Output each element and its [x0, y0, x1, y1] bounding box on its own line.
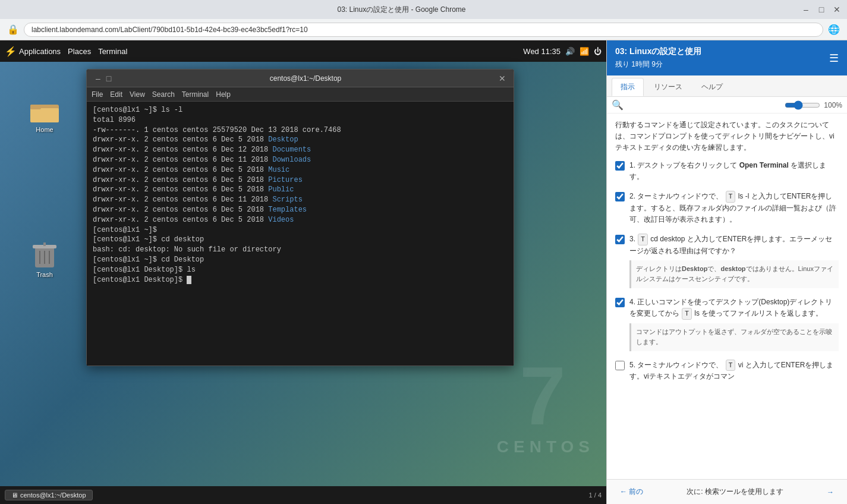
terminal-line-16: [centos@lx1 ~]$ cd Desktop [93, 255, 508, 265]
step-3-key: T [638, 234, 648, 245]
step-2-key: T [726, 191, 736, 203]
step-4: 4. 正しいコマンドを使ってデスクトップ(Desktop)ディレクトリを変更して… [615, 297, 839, 351]
maximize-button[interactable]: □ [817, 5, 826, 14]
lock-icon: 🔒 [7, 24, 19, 35]
step-5: 5. ターミナルウィンドウで、 T vi と入力してENTERを押します。viテ… [615, 360, 839, 383]
terminal-line-8: drwxr-xr-x. 2 centos centos 6 Dec 5 2018… [93, 175, 508, 185]
step-5-checkbox[interactable] [615, 361, 625, 370]
step-3-content: 3. T cd desktop と入力してENTERを押します。エラーメッセージ… [629, 234, 839, 288]
applications-menu[interactable]: Applications [19, 47, 61, 56]
terminal-line-14: [centos@lx1 ~]$ cd desktop [93, 235, 508, 245]
terminal-menu-terminal[interactable]: Terminal [182, 90, 209, 99]
network-icon: 📶 [580, 47, 589, 56]
step-2-text1: ターミナルウィンドウで、 [637, 192, 723, 200]
zoom-controls: 100% [785, 100, 842, 110]
power-icon: ⚡ [5, 46, 17, 57]
browser-window-controls: – □ ✕ [802, 5, 841, 14]
instructions-tabs: 指示 リソース ヘルプ [607, 75, 847, 97]
terminal-line-3: -rw-------. 1 centos centos 25579520 Dec… [93, 125, 508, 136]
search-button[interactable]: 🔍 [612, 99, 624, 111]
terminal-line-1: [centos@lx1 ~]$ ls -l [93, 105, 508, 115]
step-5-cmd: vi [738, 361, 745, 369]
step-2-cmd: ls -l [738, 192, 751, 200]
taskbar-terminal-item[interactable]: 🖥 centos@lx1:~/Desktop [5, 490, 93, 500]
terminal-content[interactable]: [centos@lx1 ~]$ ls -l total 8996 -rw----… [87, 102, 514, 366]
terminal-menu[interactable]: Terminal [98, 47, 127, 56]
browser-addressbar: 🔒 🌐 [0, 19, 847, 40]
step-4-num: 4. [629, 298, 637, 306]
places-menu[interactable]: Places [68, 47, 91, 56]
step-3: 3. T cd desktop と入力してENTERを押します。エラーメッセージ… [615, 234, 839, 288]
step-4-content: 4. 正しいコマンドを使ってデスクトップ(Desktop)ディレクトリを変更して… [629, 297, 839, 351]
step-1-checkbox[interactable] [615, 161, 625, 171]
terminal-line-17: [centos@lx1 Desktop]$ ls [93, 265, 508, 275]
terminal-close-btn[interactable]: ✕ [497, 73, 508, 84]
terminal-line-12: drwxr-xr-x. 2 centos centos 6 Dec 5 2018… [93, 215, 508, 225]
instructions-toolbar: 🔍 100% [607, 97, 847, 114]
instructions-title: 03: Linuxの設定と使用 [615, 46, 701, 57]
hamburger-menu-button[interactable]: ☰ [829, 52, 839, 65]
address-input[interactable] [24, 23, 823, 37]
volume-icon: 🔊 [565, 47, 575, 56]
step-3-note: ディレクトリはDesktopで、desktopではありません。Linuxファイル… [629, 260, 839, 288]
terminal-titlebar: – □ centos@lx1:~/Desktop ✕ [87, 70, 514, 87]
terminal-window: – □ centos@lx1:~/Desktop ✕ File Edit Vie… [86, 69, 514, 366]
browser-title: 03: Linuxの設定と使用 - Google Chrome [6, 5, 797, 15]
step-5-content: 5. ターミナルウィンドウで、 T vi と入力してENTERを押します。viテ… [629, 360, 839, 383]
next-label: 次に: 検索ツールを使用します [687, 487, 783, 497]
step-1: 1. デスクトップを右クリックして Open Terminal を選択します。 [615, 160, 839, 182]
home-icon-label: Home [36, 126, 53, 133]
step-4-cmd: ls [694, 309, 701, 317]
tab-resources[interactable]: リソース [645, 78, 691, 96]
terminal-menu-edit[interactable]: Edit [110, 90, 122, 99]
terminal-line-10: drwxr-xr-x. 2 centos centos 6 Dec 11 201… [93, 195, 508, 205]
minimize-button[interactable]: – [802, 5, 810, 14]
instructions-panel: 03: Linuxの設定と使用 残り 1時間 9分 ☰ 指示 リソース ヘルプ … [606, 40, 847, 504]
terminal-line-2: total 8996 [93, 115, 508, 125]
step-3-checkbox[interactable] [615, 235, 625, 244]
home-folder-icon[interactable]: Home [24, 100, 65, 133]
power-button[interactable]: ⏻ [594, 47, 602, 56]
step-3-num: 3. [629, 235, 637, 243]
terminal-menu-help[interactable]: Help [216, 90, 231, 99]
step-4-checkbox[interactable] [615, 298, 625, 307]
centos-text: CENTOS [497, 437, 594, 456]
main-area: ⚡ Applications Places Terminal Wed 11:35… [0, 40, 847, 504]
trash-svg [33, 242, 56, 269]
terminal-menu-file[interactable]: File [92, 90, 103, 99]
terminal-minimize-btn[interactable]: – [93, 73, 103, 84]
terminal-menubar: File Edit View Search Terminal Help [87, 87, 514, 102]
instructions-header: 03: Linuxの設定と使用 残り 1時間 9分 ☰ [607, 40, 847, 75]
centos-watermark: 7 CENTOS [497, 354, 594, 456]
tab-instructions[interactable]: 指示 [612, 78, 644, 96]
step-4-text2: を使ってファイルリストを返します。 [701, 309, 823, 317]
close-button[interactable]: ✕ [833, 5, 841, 14]
next-button[interactable]: → [822, 486, 839, 499]
browser-extension-icon: 🌐 [828, 24, 840, 35]
instructions-header-text: 03: Linuxの設定と使用 残り 1時間 9分 [615, 46, 701, 70]
terminal-menu-view[interactable]: View [130, 90, 145, 99]
step-5-num: 5. [629, 361, 637, 369]
step-2-checkbox[interactable] [615, 192, 625, 201]
step-2-content: 2. ターミナルウィンドウで、 T ls -l と入力してENTERを押します。… [629, 191, 839, 225]
terminal-line-6: drwxr-xr-x. 2 centos centos 6 Dec 11 201… [93, 155, 508, 165]
svg-rect-1 [30, 108, 59, 122]
terminal-maximize-btn[interactable]: □ [103, 73, 114, 84]
trash-folder-icon[interactable]: Trash [24, 242, 65, 278]
tab-help[interactable]: ヘルプ [692, 78, 732, 96]
step-4-note: コマンドはアウトプットを返さず、フォルダが空であることを示唆します。 [629, 323, 839, 351]
instructions-footer: ← 前の 次に: 検索ツールを使用します → [607, 479, 847, 504]
prev-button[interactable]: ← 前の [615, 484, 648, 499]
step-1-num: 1. [629, 161, 637, 169]
topbar-right: Wed 11:35 🔊 📶 ⏻ [523, 47, 602, 56]
trash-icon-label: Trash [36, 271, 53, 278]
terminal-line-5: drwxr-xr-x. 2 centos centos 6 Dec 12 201… [93, 145, 508, 155]
terminal-menu-search[interactable]: Search [152, 90, 175, 99]
terminal-line-11: drwxr-xr-x. 2 centos centos 6 Dec 5 2018… [93, 205, 508, 215]
zoom-slider[interactable] [785, 100, 820, 110]
instructions-timer: 残り 1時間 9分 [615, 59, 701, 70]
taskbar-terminal-label: centos@lx1:~/Desktop [20, 492, 86, 499]
step-1-content: 1. デスクトップを右クリックして Open Terminal を選択します。 [629, 160, 839, 182]
terminal-line-15: bash: cd: desktop: No such file or direc… [93, 245, 508, 255]
terminal-line-4: drwxr-xr-x. 2 centos centos 6 Dec 5 2018… [93, 135, 508, 145]
